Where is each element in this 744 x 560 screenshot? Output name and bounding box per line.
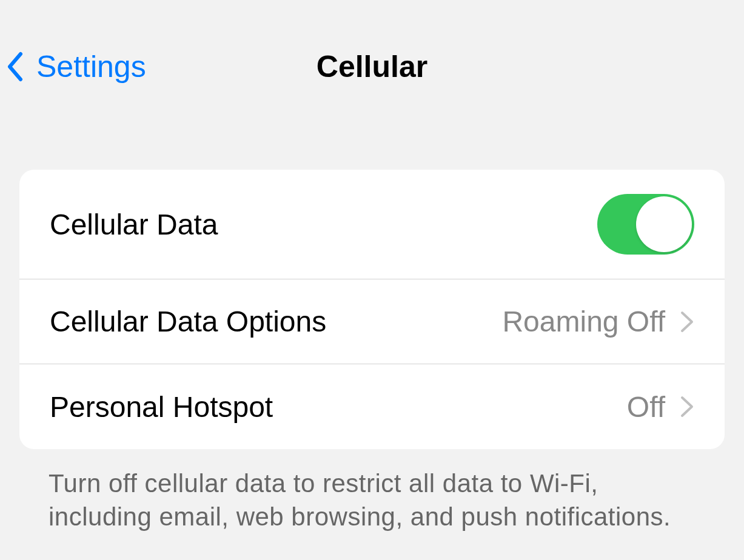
chevron-right-icon [680, 310, 694, 333]
chevron-right-icon [680, 395, 694, 418]
settings-group: Cellular Data Cellular Data Options Roam… [19, 170, 725, 449]
cellular-data-options-value: Roaming Off [502, 305, 694, 338]
personal-hotspot-value: Off [627, 390, 694, 424]
toggle-knob [636, 196, 692, 252]
cellular-data-row: Cellular Data [19, 170, 725, 279]
page-title: Cellular [317, 49, 427, 84]
cellular-data-options-row[interactable]: Cellular Data Options Roaming Off [19, 279, 725, 364]
back-button[interactable]: Settings [6, 49, 146, 84]
chevron-left-icon [6, 52, 24, 82]
cellular-data-label: Cellular Data [50, 208, 218, 241]
back-label: Settings [36, 49, 146, 84]
cellular-data-options-value-text: Roaming Off [502, 305, 665, 338]
cellular-data-toggle[interactable] [597, 194, 694, 255]
cellular-data-options-label: Cellular Data Options [50, 305, 326, 338]
header: Settings Cellular [0, 0, 744, 97]
footer-text: Turn off cellular data to restrict all d… [0, 449, 744, 533]
personal-hotspot-row[interactable]: Personal Hotspot Off [19, 364, 725, 449]
personal-hotspot-value-text: Off [627, 390, 665, 424]
personal-hotspot-label: Personal Hotspot [50, 390, 273, 424]
